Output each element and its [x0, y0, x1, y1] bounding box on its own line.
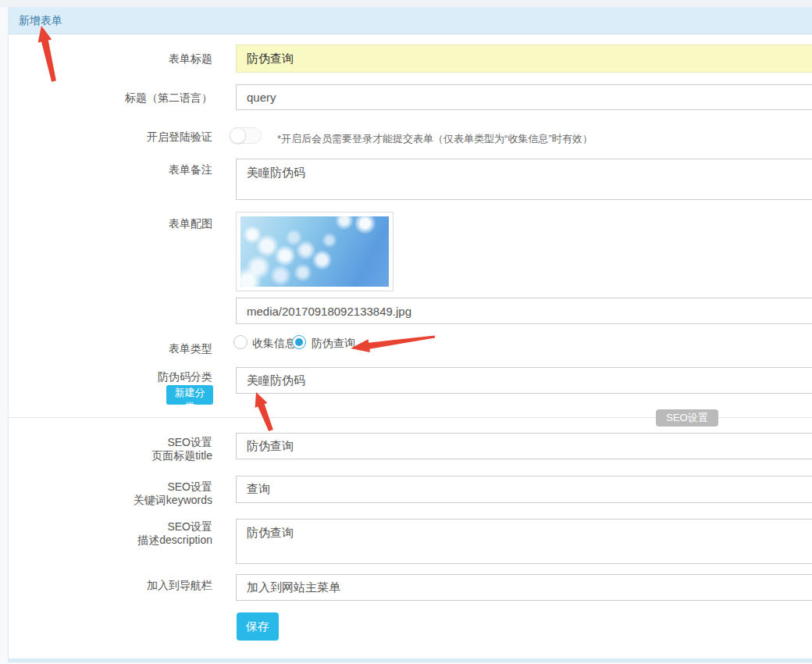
- label-seo-title-line2: 页面标题title: [151, 449, 212, 462]
- category-select[interactable]: [236, 367, 812, 394]
- label-form-image: 表单配图: [8, 217, 212, 230]
- new-category-button[interactable]: 新建分类: [166, 385, 213, 405]
- login-verify-toggle-off[interactable]: [230, 127, 262, 144]
- label-remark: 表单备注: [8, 163, 212, 177]
- seo-keywords-input[interactable]: [236, 476, 812, 503]
- radio-collect-info[interactable]: [233, 335, 248, 349]
- label-title-lang2: 标题（第二语言）: [8, 91, 212, 105]
- label-seo-title: SEO设置 页面标题title: [8, 436, 212, 462]
- label-category: 防伪码分类: [8, 370, 212, 384]
- new-form-page: 新增表单 表单标题 标题（第二语言） 开启登陆验证 *开启后会员需要登录才能提交…: [0, 0, 812, 664]
- label-login-verify: 开启登陆验证: [8, 130, 212, 144]
- seo-title-input[interactable]: [236, 433, 812, 459]
- seo-description-textarea[interactable]: [236, 519, 812, 564]
- form-title-input[interactable]: [236, 45, 812, 73]
- image-path-input[interactable]: [236, 298, 812, 324]
- title-lang2-input[interactable]: [236, 84, 812, 110]
- label-seo-keywords-line2: 关键词keywords: [134, 494, 212, 506]
- login-verify-note: *开启后会员需要登录才能提交表单（仅表单类型为“收集信息”时有效）: [277, 132, 593, 146]
- form-image-preview-frame: [236, 212, 394, 291]
- nav-bar-select[interactable]: [236, 574, 812, 601]
- bottom-strip: [8, 659, 812, 662]
- label-seo-description-line1: SEO设置: [167, 520, 212, 533]
- label-seo-description: SEO设置 描述description: [8, 520, 212, 547]
- radio-collect-info-label[interactable]: 收集信息: [252, 337, 296, 351]
- top-strip: [0, 0, 812, 7]
- radio-anticounterfeit-query[interactable]: [292, 335, 306, 349]
- panel-header: 新增表单: [8, 7, 812, 34]
- label-form-title: 表单标题: [8, 52, 212, 66]
- label-seo-description-line2: 描述description: [137, 534, 212, 546]
- toggle-knob: [230, 127, 246, 144]
- label-form-type: 表单类型: [8, 342, 212, 355]
- radio-anticounterfeit-query-label[interactable]: 防伪查询: [312, 337, 355, 351]
- remark-textarea[interactable]: [236, 159, 812, 200]
- blue-crystals-photo: [240, 216, 389, 287]
- label-seo-keywords-line1: SEO设置: [167, 480, 212, 493]
- label-seo-title-line1: SEO设置: [167, 436, 212, 448]
- page-title: 新增表单: [19, 14, 62, 28]
- save-button[interactable]: 保存: [237, 612, 279, 641]
- label-nav-bar: 加入到导航栏: [8, 579, 212, 592]
- seo-settings-badge[interactable]: SEO设置: [656, 409, 718, 427]
- label-seo-keywords: SEO设置 关键词keywords: [8, 480, 212, 507]
- radio-dot: [295, 338, 303, 346]
